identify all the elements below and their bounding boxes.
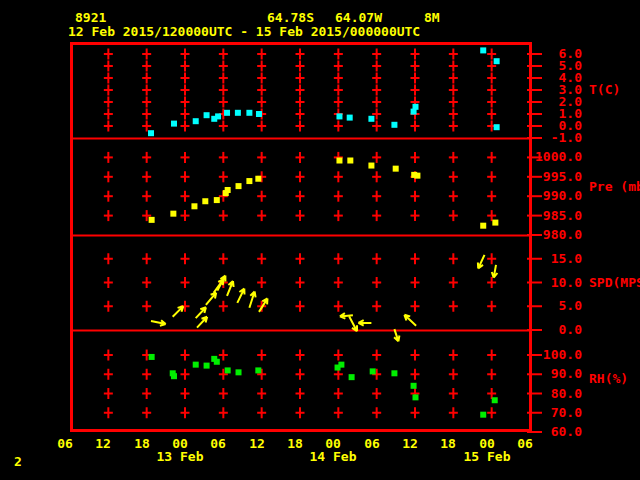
temperature-data-point — [391, 122, 397, 128]
axis-tick-label: 0.0 — [512, 323, 582, 336]
hour-label: 18 — [428, 437, 468, 450]
axis-tick-label: 980.0 — [512, 228, 582, 241]
wind-arrow — [358, 320, 371, 326]
pressure-data-point — [347, 158, 353, 164]
axis-tick-label: 995.0 — [512, 170, 582, 183]
temperature-data-point — [256, 111, 262, 117]
temperature-data-point — [347, 115, 353, 121]
hour-label: 06 — [198, 437, 238, 450]
hour-label: 12 — [83, 437, 123, 450]
axis-tick-label: 990.0 — [512, 189, 582, 202]
unit-label: Pre (mb) — [589, 180, 640, 193]
hour-label: 06 — [45, 437, 85, 450]
wind-arrow — [173, 306, 184, 317]
wind-arrow — [196, 307, 206, 318]
relative-humidity-data-point — [411, 383, 417, 389]
relative-humidity-data-point — [370, 368, 376, 374]
pressure-data-point — [255, 176, 261, 182]
temperature-data-point — [215, 113, 221, 119]
pressure-data-point — [336, 158, 342, 164]
relative-humidity-data-point — [255, 367, 261, 373]
relative-humidity-data-point — [492, 397, 498, 403]
pressure-data-point — [170, 211, 176, 217]
wind-arrow — [349, 316, 357, 331]
temperature-data-point — [413, 104, 419, 110]
temperature-data-point — [368, 116, 374, 122]
temperature-data-point — [148, 130, 154, 136]
temperature-data-point — [171, 121, 177, 127]
pressure-data-point — [202, 198, 208, 204]
temperature-data-point — [480, 47, 486, 53]
relative-humidity-data-point — [204, 363, 210, 369]
axis-tick-label: 70.0 — [512, 406, 582, 419]
wind-arrow — [259, 298, 268, 312]
temperature-data-point — [246, 110, 252, 116]
temperature-data-point — [224, 110, 230, 116]
relative-humidity-data-point — [225, 367, 231, 373]
upper-air-station-plot-screen: 8921 64.78S 64.07W 8M 12 Feb 2015/120000… — [0, 0, 640, 480]
temperature-data-point — [494, 58, 500, 64]
pressure-data-point — [214, 197, 220, 203]
pressure-data-point — [225, 187, 231, 193]
axis-tick-label: 10.0 — [512, 276, 582, 289]
wind-arrow — [492, 265, 498, 278]
hour-label: 18 — [275, 437, 315, 450]
page-number: 2 — [14, 455, 22, 468]
relative-humidity-data-point — [171, 373, 177, 379]
axis-tick-label: 90.0 — [512, 367, 582, 380]
temperature-data-point — [336, 113, 342, 119]
pressure-data-point — [368, 163, 374, 169]
axis-tick-label: 1000.0 — [512, 150, 582, 163]
hour-label: 06 — [505, 437, 545, 450]
relative-humidity-data-point — [413, 394, 419, 400]
relative-humidity-data-point — [391, 370, 397, 376]
axis-tick-label: 15.0 — [512, 252, 582, 265]
pressure-data-point — [393, 166, 399, 172]
unit-label: T(C) — [589, 83, 620, 96]
date-label: 13 Feb — [150, 450, 210, 463]
hour-label: 12 — [390, 437, 430, 450]
wind-arrow — [249, 292, 255, 308]
axis-tick-label: 985.0 — [512, 209, 582, 222]
hour-label: 12 — [237, 437, 277, 450]
relative-humidity-data-point — [349, 374, 355, 380]
wind-arrow — [404, 315, 416, 326]
hour-label: 18 — [122, 437, 162, 450]
axis-tick-label: 100.0 — [512, 348, 582, 361]
unit-label: RH(%) — [589, 372, 628, 385]
pressure-data-point — [191, 203, 197, 209]
wind-arrow — [227, 281, 234, 296]
pressure-data-point — [480, 223, 486, 229]
pressure-data-point — [236, 183, 242, 189]
pressure-data-point — [414, 173, 420, 179]
temperature-data-point — [235, 110, 241, 116]
pressure-data-point — [492, 220, 498, 226]
relative-humidity-data-point — [338, 362, 344, 368]
axis-tick-label: 5.0 — [512, 299, 582, 312]
axis-tick-label: 80.0 — [512, 387, 582, 400]
temperature-data-point — [193, 118, 199, 124]
wind-arrow — [478, 255, 485, 269]
relative-humidity-data-point — [193, 362, 199, 368]
wind-arrow — [197, 317, 207, 328]
relative-humidity-data-point — [149, 354, 155, 360]
relative-humidity-data-point — [214, 359, 220, 365]
relative-humidity-data-point — [480, 412, 486, 418]
pressure-data-point — [246, 178, 252, 184]
axis-tick-label: -1.0 — [512, 131, 582, 144]
unit-label: SPD(MPS) — [589, 276, 640, 289]
wind-arrow — [206, 293, 216, 305]
date-label: 15 Feb — [457, 450, 517, 463]
hour-label: 06 — [352, 437, 392, 450]
temperature-data-point — [494, 124, 500, 130]
relative-humidity-data-point — [236, 369, 242, 375]
wind-arrow — [151, 320, 166, 326]
date-label: 14 Feb — [303, 450, 363, 463]
temperature-data-point — [204, 112, 210, 118]
pressure-data-point — [149, 217, 155, 223]
wind-arrow — [237, 289, 244, 303]
